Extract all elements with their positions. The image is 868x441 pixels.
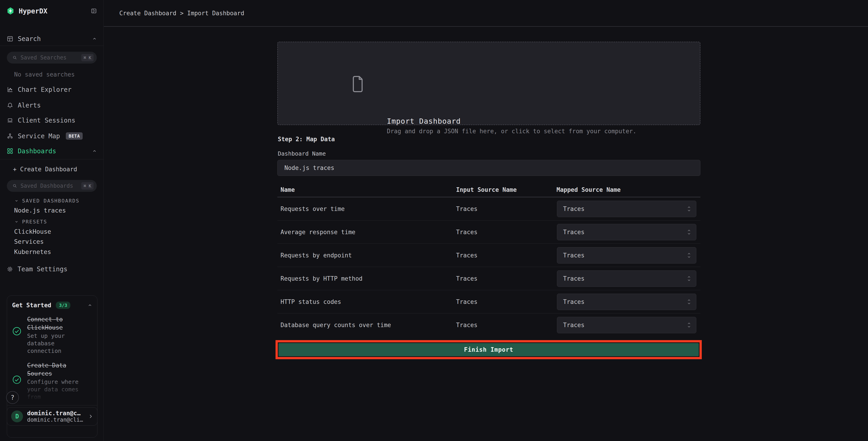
breadcrumb-separator: > [180,10,184,17]
row-input-source: Traces [456,220,477,244]
saved-dashboards-group[interactable]: SAVED DASHBOARDS [14,196,80,205]
sidebar-item-service-map[interactable]: Service Map BETA [0,131,103,141]
row-input-source: Traces [456,267,477,290]
get-started-item-desc: Set up your database connection [27,332,84,355]
collapse-sidebar-icon[interactable] [91,8,97,14]
table-row: Requests by endpoint Traces Traces [277,244,701,267]
row-name: Average response time [281,220,355,244]
search-section-label: Search [18,35,41,42]
get-started-item[interactable]: Connect to ClickHouse Set up your databa… [27,315,84,355]
row-name: HTTP status codes [281,290,341,314]
dropzone-subtitle: Drag and drop a JSON file here, or click… [387,128,637,135]
table-row: HTTP status codes Traces Traces [277,290,701,314]
user-meta: dominic.tran@c… dominic.tran@cli… [27,410,88,423]
saved-dashboards-input[interactable]: Saved Dashboards ⌘ K [7,180,97,192]
sidebar-item-client-sessions[interactable]: Client Sessions [0,116,103,125]
mapped-source-select[interactable]: Traces [557,317,696,333]
breadcrumb-create-dashboard[interactable]: Create Dashboard [119,10,176,17]
logo-row: HyperDX [0,0,103,22]
search-icon [12,183,17,188]
dashboard-name-value: Node.js traces [284,165,334,171]
saved-searches-placeholder: Saved Searches [21,54,81,61]
presets-group[interactable]: PRESETS [14,217,47,226]
main-content: Import Dashboard Drag and drop a JSON fi… [277,0,701,441]
divider [0,159,103,159]
create-dashboard-button[interactable]: + Create Dashboard [13,165,77,174]
sidebar: HyperDX Search Saved Searches ⌘ K No sav… [0,0,103,441]
sidebar-item-alerts[interactable]: Alerts [0,101,103,110]
breadcrumb-import-dashboard[interactable]: Import Dashboard [187,10,244,17]
search-section-icon [7,35,13,42]
sidebar-item-label: Chart Explorer [18,86,71,93]
dashboard-name-label: Dashboard Name [278,150,326,157]
sidebar-item-chart-explorer[interactable]: Chart Explorer [0,85,103,94]
selected-value: Traces [563,252,585,259]
selected-value: Traces [563,298,585,305]
group-label: SAVED DASHBOARDS [22,198,80,204]
chevron-down-icon [14,199,19,203]
sidebar-item-team-settings[interactable]: Team Settings [0,264,103,273]
chevron-up-icon[interactable] [88,303,92,307]
chevron-up-icon [92,149,97,153]
selected-value: Traces [563,205,585,212]
search-icon [12,55,17,60]
mapped-source-select[interactable]: Traces [557,247,696,264]
hyperdx-logo-icon [7,7,14,15]
selected-value: Traces [563,322,585,328]
row-input-source: Traces [456,197,477,220]
select-chevrons-icon [686,229,691,236]
get-started-item-title: Connect to ClickHouse [27,315,84,332]
get-started-header: Get Started 3/3 [7,302,97,309]
chevron-down-icon [14,220,19,224]
gear-icon [7,266,13,272]
dashboard-item-nodejs-traces[interactable]: Node.js traces [14,206,66,214]
service-map-icon [7,133,13,139]
dashboard-name-input[interactable]: Node.js traces [277,160,701,176]
beta-badge: BETA [66,133,83,140]
selected-value: Traces [563,229,585,236]
mapped-source-select[interactable]: Traces [557,270,696,287]
group-label: PRESETS [22,219,47,225]
mapped-source-select[interactable]: Traces [557,224,696,240]
table-row: Requests over time Traces Traces [277,197,701,220]
sidebar-section-search[interactable]: Search [0,32,103,46]
dropzone-title: Import Dashboard [387,117,461,125]
get-started-progress-badge: 3/3 [56,302,70,309]
table-row: Average response time Traces Traces [277,220,701,244]
fade-overlay [7,380,97,405]
select-chevrons-icon [686,205,691,212]
get-started-item-title: Create Data Sources [27,361,84,378]
mapped-source-select[interactable]: Traces [557,294,696,310]
divider [0,46,103,46]
help-label: ? [11,394,14,401]
user-email: dominic.tran@cli… [27,417,88,423]
mapped-source-select[interactable]: Traces [557,201,696,217]
preset-item-clickhouse[interactable]: ClickHouse [14,227,51,236]
sidebar-item-dashboards[interactable]: Dashboards [0,146,103,155]
preset-item-services[interactable]: Services [14,237,44,245]
finish-import-button[interactable]: Finish Import [278,343,699,356]
bell-icon [7,102,13,109]
saved-searches-input[interactable]: Saved Searches ⌘ K [7,52,97,63]
annotation-highlight-box: Finish Import [276,340,702,359]
app-root: HyperDX Search Saved Searches ⌘ K No sav… [0,0,868,441]
avatar: D [11,410,23,422]
shortcut-badge: ⌘ K [81,54,94,61]
sidebar-item-label: Dashboards [18,147,56,155]
column-header-name: Name [281,186,295,194]
row-input-source: Traces [456,244,477,267]
row-name: Requests by endpoint [281,244,352,267]
select-chevrons-icon [686,322,691,328]
chevron-right-icon [88,414,93,419]
import-dropzone[interactable]: Import Dashboard Drag and drop a JSON fi… [277,42,701,125]
laptop-icon [7,117,13,123]
user-account-card[interactable]: D dominic.tran@c… dominic.tran@cli… [7,407,97,425]
help-button[interactable]: ? [6,391,19,404]
row-name: Requests by HTTP method [281,267,363,290]
row-input-source: Traces [456,314,477,337]
preset-item-kubernetes[interactable]: Kubernetes [14,247,51,256]
divider [7,405,97,406]
selected-value: Traces [563,275,585,282]
chart-explorer-icon [7,86,13,93]
step-label: Step 2: Map Data [278,136,335,143]
